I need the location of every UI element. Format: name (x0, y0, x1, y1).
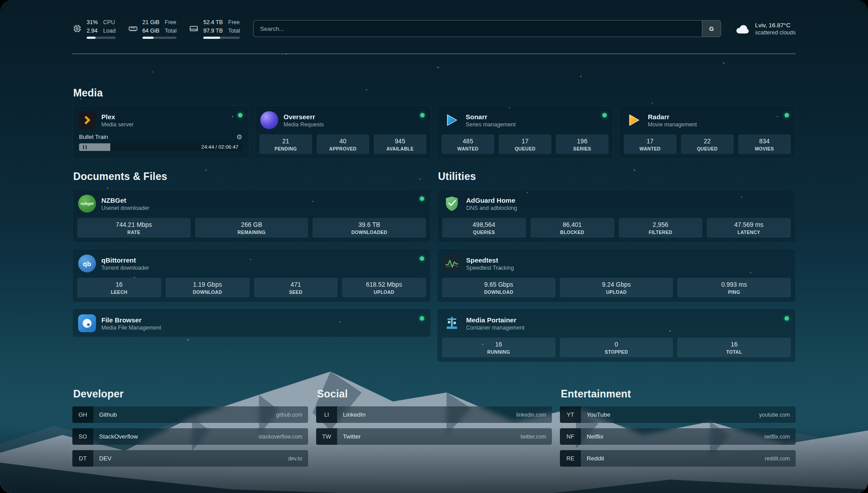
entertainment-heading: Entertainment (561, 388, 796, 400)
media-heading: Media (73, 87, 796, 99)
service-card-sonarr[interactable]: Sonarr Series management 485 WANTED 17 Q… (437, 105, 613, 159)
portainer-icon (443, 314, 461, 332)
bookmark-dev[interactable]: DT DEV dev.to (72, 450, 308, 467)
stat-queued: 22 QUEUED (681, 134, 734, 154)
gear-icon[interactable]: ⚙ (237, 134, 242, 140)
bookmark-url: netflix.com (764, 434, 796, 440)
utilities-heading: Utilities (438, 171, 796, 183)
resource-widgets: 31% 2.94 CPU Load (72, 18, 240, 38)
cpu-percent: 31% (87, 18, 98, 26)
weather-location: Lviv, 16.87°C (755, 22, 796, 29)
bookmark-name: DEV (93, 455, 112, 462)
bookmark-name: LinkedIn (337, 411, 366, 418)
service-name: Sonarr (466, 113, 516, 121)
bookmark-reddit[interactable]: RE Reddit reddit.com (560, 450, 796, 467)
playback-time: 24:44 / 02:06:47 (201, 144, 238, 150)
bookmark-github[interactable]: GH Github github.com (72, 406, 308, 423)
bookmark-group-developer: Developer GH Github github.com SO StackO… (72, 388, 308, 467)
status-dot (602, 113, 607, 117)
stat-download: 1.19 Gbps DOWNLOAD (166, 278, 250, 297)
service-name: File Browser (101, 316, 161, 324)
speedtest-icon (443, 255, 461, 272)
stat-leech: 16 LEECH (77, 278, 161, 297)
header-divider (72, 54, 796, 54)
social-heading: Social (317, 388, 552, 400)
radarr-icon (625, 111, 643, 129)
cpu-usage-bar (87, 37, 116, 39)
status-dot (785, 316, 789, 321)
bookmark-stackoverflow[interactable]: SO StackOverflow stackoverflow.com (72, 428, 308, 445)
service-card-overseerr[interactable]: Overseerr Media Requests 21 PENDING 40 A… (255, 105, 431, 159)
bookmark-linkedin[interactable]: LI LinkedIn linkedin.com (316, 406, 552, 423)
service-name: qBittorrent (101, 256, 149, 264)
service-card-speedtest[interactable]: Speedtest Speedtest Tracking 9.65 Gbps D… (437, 249, 796, 302)
bookmark-abbr: YT (560, 406, 581, 423)
bookmark-twitter[interactable]: TW Twitter twitter.com (316, 428, 552, 445)
filebrowser-icon (78, 314, 96, 332)
search-input[interactable] (254, 21, 702, 37)
service-name: Speedtest (466, 256, 514, 264)
bookmark-url: reddit.com (765, 455, 796, 462)
bookmark-youtube[interactable]: YT YouTube youtube.com (560, 406, 796, 423)
stat-stopped: 0 STOPPED (560, 338, 673, 357)
qbittorrent-icon: qb (78, 255, 96, 272)
bookmark-abbr: RE (560, 450, 581, 467)
stat-download: 9.65 Gbps DOWNLOAD (442, 278, 555, 297)
section-bookmarks: Developer GH Github github.com SO StackO… (72, 388, 796, 467)
stat-blocked: 86,401 BLOCKED (530, 218, 614, 238)
bookmark-netflix[interactable]: NF Netflix netflix.com (560, 428, 796, 445)
stat-seed: 471 SEED (254, 278, 338, 297)
service-subtitle: Container management (466, 325, 525, 331)
now-playing-row: Bullet Train ⚙ (73, 134, 249, 140)
service-name: Plex (101, 113, 134, 121)
service-card-nzbget[interactable]: nzbget NZBGet Usenet downloader 744.21 M… (72, 189, 431, 242)
memory-free: 21 GiB (142, 18, 159, 26)
service-card-adguard[interactable]: AdGuard Home DNS and adblocking 498,564 … (437, 189, 796, 242)
bookmark-url: youtube.com (759, 412, 796, 418)
bookmark-url: github.com (276, 412, 308, 418)
status-dot (785, 113, 789, 117)
stat-pending: 21 PENDING (259, 134, 312, 154)
plex-icon (78, 111, 96, 129)
service-card-plex[interactable]: Plex Media server Bullet Train ⚙ 24:44 /… (72, 105, 249, 159)
adguard-icon (443, 195, 461, 213)
memory-free-label: Free (165, 18, 176, 26)
playback-progress-bar[interactable]: 24:44 / 02:06:47 (79, 143, 242, 151)
bookmark-abbr: GH (72, 406, 93, 423)
memory-usage-bar (142, 37, 177, 39)
stat-upload: 618.52 Mbps UPLOAD (342, 278, 426, 297)
service-card-filebrowser[interactable]: File Browser Media File Management (72, 309, 431, 337)
disk-icon (189, 24, 199, 33)
service-subtitle: Speedtest Tracking (466, 265, 514, 271)
stat-total: 16 TOTAL (677, 338, 791, 357)
bookmark-name: Reddit (581, 455, 604, 462)
service-subtitle: Torrent downloader (101, 265, 149, 271)
bookmark-abbr: DT (72, 450, 93, 467)
service-name: Overseerr (284, 113, 324, 121)
bookmark-name: StackOverflow (93, 433, 138, 440)
stat-remaining: 266 GB REMAINING (195, 218, 309, 238)
section-utilities: Utilities (437, 171, 796, 362)
service-subtitle: Media File Management (101, 325, 161, 331)
dashboard-screen: 31% 2.94 CPU Load (0, 0, 868, 493)
pause-icon[interactable] (83, 145, 87, 149)
cpu-icon (72, 24, 82, 33)
memory-widget: 21 GiB 64 GiB Free Total (128, 18, 177, 38)
bookmark-group-social: Social LI LinkedIn linkedin.com TW Twitt… (316, 388, 552, 467)
bookmark-name: Github (93, 411, 117, 418)
disk-widget: 52.4 TB 97.9 TB Free Total (189, 18, 240, 38)
stat-wanted: 17 WANTED (624, 134, 676, 154)
search-provider-button[interactable]: G (702, 21, 721, 37)
now-playing-title: Bullet Train (79, 134, 108, 140)
service-card-radarr[interactable]: Radarr Movie management 17 WANTED 22 QUE… (619, 105, 796, 159)
memory-total: 64 GiB (142, 27, 159, 35)
service-card-portainer[interactable]: Media Portainer Container management 16 … (437, 309, 796, 362)
bookmark-abbr: NF (560, 428, 581, 445)
stat-running: 16 RUNNING (442, 338, 555, 357)
memory-icon (128, 24, 138, 33)
service-card-qbittorrent[interactable]: qb qBittorrent Torrent downloader 16 (72, 249, 431, 302)
stat-queued: 17 QUEUED (499, 134, 551, 154)
status-dot (420, 113, 425, 117)
top-bar: 31% 2.94 CPU Load (72, 18, 796, 39)
bookmark-abbr: SO (72, 428, 93, 445)
